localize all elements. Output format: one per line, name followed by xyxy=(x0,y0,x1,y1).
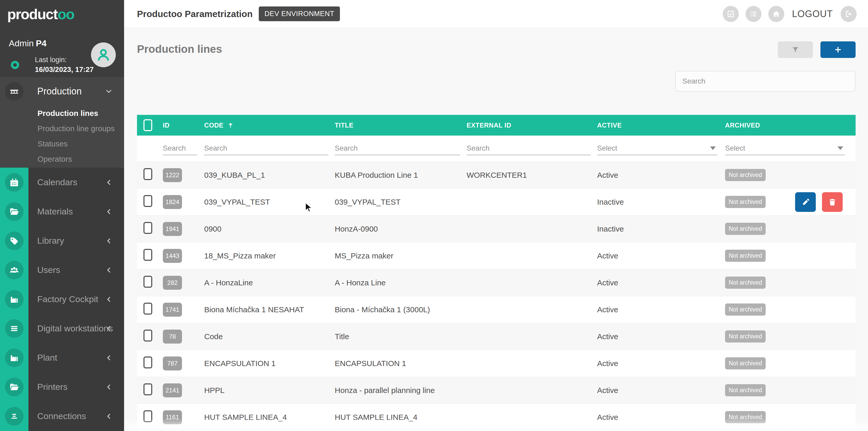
row-checkbox[interactable] xyxy=(144,276,152,288)
sidebar-item[interactable]: Calendars xyxy=(0,168,124,197)
row-id-badge: 78 xyxy=(163,329,182,344)
table-row[interactable]: 2141 HPPL Honza - parallel planning line… xyxy=(137,377,856,404)
column-header-code[interactable]: CODE xyxy=(204,122,335,129)
add-button[interactable] xyxy=(820,41,856,58)
table-row[interactable]: 1161 HUT SAMPLE LINEA_4 HUT SAMPLE LINEA… xyxy=(137,404,856,430)
sidebar-item-label: Plant xyxy=(37,353,57,363)
sidebar-item[interactable]: Materials xyxy=(0,197,124,226)
archived-badge: Not archived xyxy=(725,331,766,343)
logo-band: productoo xyxy=(0,0,124,28)
avatar[interactable] xyxy=(91,42,116,67)
sidebar-subitem-label: Statuses xyxy=(37,139,68,148)
folder-open-icon xyxy=(9,207,19,217)
delete-button[interactable] xyxy=(822,192,843,212)
table-row[interactable]: 1824 039_VYPAL_TEST 039_VYPAL_TEST Inact… xyxy=(137,188,856,215)
select-all-checkbox[interactable] xyxy=(144,119,152,131)
archived-filter-select[interactable]: Select xyxy=(725,142,845,155)
row-checkbox[interactable] xyxy=(144,249,152,261)
cell-active: Inactive xyxy=(597,198,725,206)
search-input[interactable] xyxy=(682,77,848,85)
sidebar-item[interactable]: Printers xyxy=(0,372,124,402)
row-checkbox[interactable] xyxy=(144,383,152,395)
calendar-icon xyxy=(9,177,19,187)
row-checkbox[interactable] xyxy=(144,195,152,207)
column-header-title[interactable]: TITLE xyxy=(335,122,467,129)
external-id-filter-input[interactable] xyxy=(467,142,591,155)
row-actions xyxy=(795,192,843,212)
topbar-actions: LOGOUT xyxy=(723,6,857,22)
title-filter-input[interactable] xyxy=(335,142,460,155)
page-title: Production lines xyxy=(137,43,222,55)
tasks-button[interactable] xyxy=(723,6,739,22)
cell-title: A - Honza Line xyxy=(335,278,467,287)
cell-code: HUT SAMPLE LINEA_4 xyxy=(204,413,335,422)
sidebar-item[interactable]: Users xyxy=(0,255,124,285)
cell-active: Active xyxy=(597,171,725,179)
sidebar-item[interactable]: Plant xyxy=(0,343,124,372)
users-icon xyxy=(9,265,19,275)
sidebar-item-label: Calendars xyxy=(37,177,77,187)
cell-code: 18_MS_Pizza maker xyxy=(204,252,335,260)
sidebar-item[interactable]: Connections xyxy=(0,402,124,431)
table-row[interactable]: 1941 0900 HonzA-0900 Inactive Not archiv… xyxy=(137,215,856,242)
cell-active: Inactive xyxy=(597,225,725,233)
main-area: Productoo Parametrization DEV ENVIRONMEN… xyxy=(124,0,868,431)
archived-badge: Not archived xyxy=(725,304,766,316)
cell-title: 039_VYPAL_TEST xyxy=(335,198,467,206)
logout-button[interactable] xyxy=(841,6,857,22)
column-header-id[interactable]: ID xyxy=(156,122,204,129)
filter-button[interactable] xyxy=(778,41,813,58)
logout-label[interactable]: LOGOUT xyxy=(792,8,833,20)
table-row[interactable]: 1741 Biona Míchačka 1 NESAHAT Biona - Mí… xyxy=(137,296,856,323)
table-row[interactable]: 282 A - HonzaLine A - Honza Line Active … xyxy=(137,269,856,296)
sidebar-item[interactable]: Library xyxy=(0,226,124,255)
cell-active: Active xyxy=(597,305,725,314)
code-filter-input[interactable] xyxy=(204,142,328,155)
cell-code: Biona Míchačka 1 NESAHAT xyxy=(204,305,335,314)
trash-icon xyxy=(828,198,837,206)
cell-active: Active xyxy=(597,278,725,287)
cell-code: A - HonzaLine xyxy=(204,278,335,287)
cell-title: HonzA-0900 xyxy=(335,225,467,233)
user-name: AdminP4 xyxy=(9,38,46,48)
sidebar-item[interactable]: Factory Cockpit xyxy=(0,285,124,314)
table-header-row: ID CODE TITLE EXTERNAL ID ACTIVE ARCHIVE… xyxy=(137,115,856,136)
sidebar-subitem[interactable]: Operators xyxy=(0,151,124,167)
sidebar-item-label: Library xyxy=(37,236,64,246)
cell-title: ENCAPSULATION 1 xyxy=(335,359,467,368)
home-button[interactable] xyxy=(768,6,784,22)
table-row[interactable]: 1443 18_MS_Pizza maker MS_Pizza maker Ac… xyxy=(137,242,856,269)
list-lines-icon xyxy=(9,411,19,421)
home-icon xyxy=(772,9,781,18)
last-login-label: Last login: xyxy=(35,56,94,64)
sidebar-subitem[interactable]: Production line groups xyxy=(0,121,124,136)
table-row[interactable]: 78 Code Title Active Not archived xyxy=(137,323,856,350)
row-checkbox[interactable] xyxy=(144,410,152,422)
column-header-external-id[interactable]: EXTERNAL ID xyxy=(467,122,597,129)
edit-button[interactable] xyxy=(795,192,816,212)
check-square-icon xyxy=(726,9,735,18)
table-row[interactable]: 787 ENCAPSULATION 1 ENCAPSULATION 1 Acti… xyxy=(137,350,856,377)
active-filter-select[interactable]: Select xyxy=(597,142,717,155)
table-row[interactable]: 1222 039_KUBA_PL_1 KUBA Production Line … xyxy=(137,162,856,188)
productoo-logo[interactable]: productoo xyxy=(7,6,74,23)
sidebar-subitem[interactable]: Statuses xyxy=(0,136,124,151)
sidebar-item[interactable]: Digital workstations xyxy=(0,314,124,343)
cell-code: Code xyxy=(204,332,335,341)
dropdown-arrow-icon xyxy=(710,146,716,150)
row-checkbox[interactable] xyxy=(144,222,152,234)
row-checkbox[interactable] xyxy=(144,329,152,342)
column-header-active[interactable]: ACTIVE xyxy=(597,122,725,129)
production-lines-table: ID CODE TITLE EXTERNAL ID ACTIVE ARCHIVE… xyxy=(137,115,856,431)
row-checkbox[interactable] xyxy=(144,356,152,368)
person-icon xyxy=(96,47,111,63)
global-search xyxy=(675,71,856,92)
row-checkbox[interactable] xyxy=(144,168,152,180)
list-button[interactable] xyxy=(745,6,762,22)
sidebar-subitem[interactable]: Production lines xyxy=(0,106,124,121)
sidebar-item-production[interactable]: Production xyxy=(0,77,124,106)
logo-text: product xyxy=(7,6,57,22)
id-filter-input[interactable] xyxy=(163,142,197,155)
column-header-archived[interactable]: ARCHIVED xyxy=(725,122,856,129)
row-checkbox[interactable] xyxy=(144,303,152,315)
